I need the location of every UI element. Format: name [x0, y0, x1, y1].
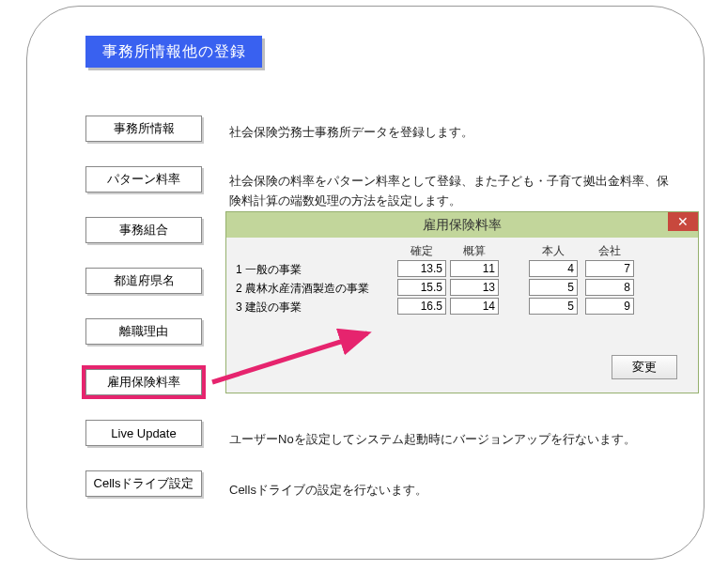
col-header-gaisan: 概算 — [463, 243, 486, 259]
main-panel: 事務所情報他の登録 事務所情報 パターン料率 事務組合 都道府県名 離職理由 雇… — [26, 6, 705, 560]
desc-cells-drive: Cellsドライブの設定を行ないます。 — [229, 481, 427, 501]
desc-office-info: 社会保険労務士事務所データを登録します。 — [229, 123, 473, 143]
col-header-kaisha: 会社 — [598, 243, 621, 259]
table-row: 2 農林水産清酒製造の事業 — [236, 279, 681, 298]
dialog-koyou-hoken-rate: 雇用保険料率 ✕ 確定 概算 本人 会社 1 一般の事業 2 農林水産清酒製造の… — [225, 211, 699, 393]
table-row: 1 一般の事業 — [236, 260, 681, 279]
nav-pattern-rate[interactable]: パターン料率 — [85, 166, 202, 193]
nav-label: 都道府県名 — [114, 272, 175, 289]
nav-koyou-hoken-rate[interactable]: 雇用保険料率 — [85, 369, 202, 395]
cell-kakutei[interactable] — [397, 260, 446, 277]
nav-label: Cellsドライブ設定 — [94, 475, 194, 492]
change-button[interactable]: 変更 — [612, 355, 677, 379]
desc-pattern-rate: 社会保険の料率をパターン料率として登録、また子ども・子育て拠出金料率、保険料計算… — [229, 172, 680, 211]
cell-kaisha[interactable] — [585, 279, 634, 296]
row-label: 3 建設の事業 — [236, 300, 302, 316]
nav-cells-drive[interactable]: Cellsドライブ設定 — [85, 470, 202, 497]
cell-kakutei[interactable] — [397, 298, 446, 315]
dialog-titlebar: 雇用保険料率 ✕ — [226, 212, 698, 238]
cell-gaisan[interactable] — [450, 298, 499, 315]
nav-label: 離職理由 — [119, 323, 168, 340]
cell-gaisan[interactable] — [450, 279, 499, 296]
dialog-title: 雇用保険料率 — [423, 217, 502, 232]
cell-kakutei[interactable] — [397, 279, 446, 296]
cell-honnin[interactable] — [529, 298, 578, 315]
table-row: 3 建設の事業 — [236, 298, 681, 316]
col-header-kakutei: 確定 — [410, 243, 433, 259]
close-icon: ✕ — [677, 214, 689, 229]
nav-jimu-kumiai[interactable]: 事務組合 — [85, 217, 202, 243]
nav-label: 雇用保険料率 — [107, 374, 180, 391]
nav-label: Live Update — [111, 426, 176, 440]
nav-rishoku-riyuu[interactable]: 離職理由 — [85, 318, 202, 345]
change-label: 変更 — [632, 360, 657, 374]
close-button[interactable]: ✕ — [668, 212, 698, 231]
nav-label: 事務組合 — [119, 222, 168, 239]
page-title: 事務所情報他の登録 — [85, 36, 262, 68]
row-label: 1 一般の事業 — [236, 262, 302, 278]
cell-honnin[interactable] — [529, 279, 578, 296]
nav-column: 事務所情報 パターン料率 事務組合 都道府県名 離職理由 雇用保険料率 Live… — [85, 116, 202, 521]
row-label: 2 農林水産清酒製造の事業 — [236, 281, 369, 297]
cell-gaisan[interactable] — [450, 260, 499, 277]
cell-honnin[interactable] — [529, 260, 578, 277]
nav-prefecture[interactable]: 都道府県名 — [85, 268, 202, 294]
nav-label: 事務所情報 — [114, 120, 175, 137]
nav-live-update[interactable]: Live Update — [85, 420, 202, 446]
nav-office-info[interactable]: 事務所情報 — [85, 116, 202, 142]
nav-label: パターン料率 — [107, 171, 180, 188]
col-header-honnin: 本人 — [542, 243, 565, 259]
desc-live-update: ユーザーNoを設定してシステム起動時にバージョンアップを行ないます。 — [229, 430, 689, 450]
cell-kaisha[interactable] — [585, 260, 634, 277]
cell-kaisha[interactable] — [585, 298, 634, 315]
dialog-body: 確定 概算 本人 会社 1 一般の事業 2 農林水産清酒製造の事業 3 建設の事… — [226, 238, 698, 256]
